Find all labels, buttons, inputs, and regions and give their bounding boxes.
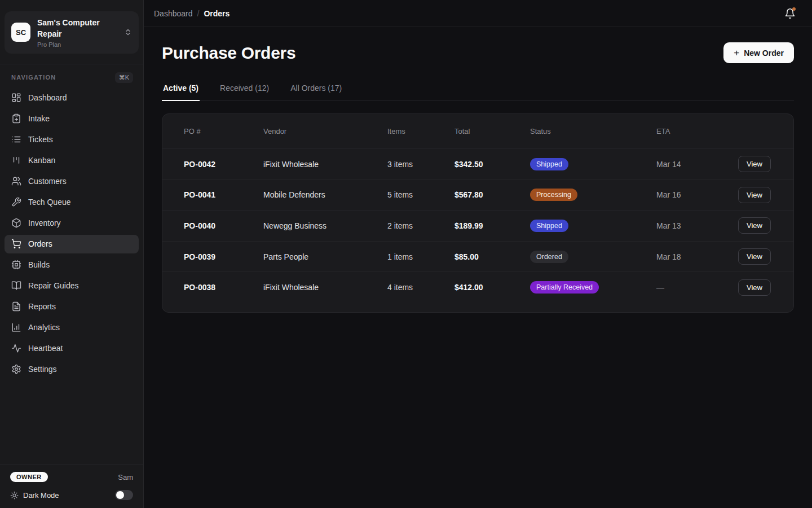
dark-mode-label: Dark Mode (23, 491, 59, 500)
users-icon (11, 176, 21, 186)
breadcrumb-dashboard[interactable]: Dashboard (154, 9, 193, 18)
view-button[interactable]: View (738, 187, 771, 203)
vendor: Parts People (263, 252, 387, 261)
kanban-icon (11, 155, 21, 165)
sidebar-item-label: Analytics (28, 323, 60, 332)
vendor: iFixit Wholesale (263, 160, 387, 169)
vendor: iFixit Wholesale (263, 283, 387, 292)
eta: Mar 14 (656, 160, 721, 169)
view-button[interactable]: View (738, 156, 771, 172)
sidebar-item-label: Kanban (28, 156, 55, 165)
col-header-vendor: Vendor (263, 127, 387, 135)
col-header-total: Total (454, 127, 530, 135)
bar-chart-icon (11, 322, 21, 332)
table-row: PO-0041 Mobile Defenders 5 items $567.80… (162, 179, 793, 211)
package-icon (11, 218, 21, 228)
items-count: 3 items (387, 160, 454, 169)
clipboard-plus-icon (11, 113, 21, 124)
sidebar-item-label: Orders (28, 239, 52, 248)
eta: Mar 16 (656, 190, 721, 199)
view-button[interactable]: View (738, 279, 771, 296)
book-open-icon (11, 281, 21, 291)
table-row: PO-0039 Parts People 1 items $85.00 Orde… (162, 241, 793, 272)
breadcrumb-current: Orders (204, 9, 230, 18)
eta: — (656, 283, 721, 292)
sidebar-footer: OWNER Sam Dark Mode (0, 465, 143, 508)
status-badge: Processing (530, 189, 577, 201)
workspace-plan: Pro Plan (37, 41, 117, 48)
tab-all-orders[interactable]: All Orders (17) (289, 79, 343, 100)
table-bottom-padding (162, 303, 793, 312)
sidebar-item-tickets[interactable]: Tickets (5, 130, 139, 149)
notification-dot (792, 7, 796, 11)
sidebar-item-reports[interactable]: Reports (5, 297, 139, 316)
sidebar-item-tech-queue[interactable]: Tech Queue (5, 193, 139, 212)
list-icon (11, 134, 21, 144)
col-header-items: Items (387, 127, 454, 135)
purchase-orders-table: PO # Vendor Items Total Status ETA PO-00… (162, 113, 794, 313)
status-badge: Partially Received (530, 281, 599, 294)
view-button[interactable]: View (738, 248, 771, 265)
po-number: PO-0038 (184, 283, 263, 292)
sidebar-item-label: Customers (28, 177, 67, 186)
page-title: Purchase Orders (162, 43, 295, 63)
sidebar-item-label: Reports (28, 302, 56, 311)
sidebar-item-label: Inventory (28, 218, 61, 227)
po-number: PO-0042 (184, 160, 263, 169)
plus-icon: + (734, 47, 739, 59)
sidebar-item-inventory[interactable]: Inventory (5, 214, 139, 233)
table-header-row: PO # Vendor Items Total Status ETA (162, 114, 793, 148)
sidebar-item-label: Repair Guides (28, 281, 79, 290)
sidebar-item-label: Tickets (28, 135, 53, 144)
sidebar-item-intake[interactable]: Intake (5, 110, 139, 128)
sidebar-nav: Dashboard Intake Tickets Kanban Customer… (0, 87, 143, 380)
order-tabs: Active (5) Received (12) All Orders (17) (162, 79, 794, 101)
file-text-icon (11, 301, 21, 312)
tab-received[interactable]: Received (12) (219, 79, 270, 100)
user-name: Sam (118, 473, 133, 481)
items-count: 2 items (387, 221, 454, 230)
table-row: PO-0038 iFixit Wholesale 4 items $412.00… (162, 271, 793, 303)
sidebar-item-heartbeat[interactable]: Heartbeat (5, 339, 139, 358)
status-badge: Shipped (530, 158, 568, 170)
sidebar-item-label: Intake (28, 114, 50, 123)
tab-active[interactable]: Active (5) (162, 79, 200, 100)
sidebar-item-label: Dashboard (28, 93, 67, 102)
workspace-switcher[interactable]: SC Sam's Computer Repair Pro Plan (5, 11, 139, 54)
items-count: 1 items (387, 252, 454, 261)
sun-icon (10, 491, 19, 500)
command-k-shortcut[interactable]: ⌘K (115, 72, 133, 83)
dark-mode-toggle[interactable] (115, 490, 133, 500)
sidebar-item-label: Heartbeat (28, 344, 63, 353)
sidebar-item-customers[interactable]: Customers (5, 172, 139, 191)
breadcrumb-separator: / (197, 9, 200, 18)
sidebar-item-orders[interactable]: Orders (5, 235, 139, 253)
topbar: Dashboard / Orders (144, 0, 812, 27)
activity-icon (11, 343, 21, 353)
total: $412.00 (454, 283, 530, 292)
wrench-icon (11, 197, 21, 207)
vendor: Mobile Defenders (263, 190, 387, 199)
main-area: Dashboard / Orders Purchase Orders + New… (144, 0, 812, 508)
cart-icon (11, 239, 21, 249)
sidebar-item-builds[interactable]: Builds (5, 256, 139, 274)
sidebar-item-kanban[interactable]: Kanban (5, 151, 139, 170)
po-number: PO-0041 (184, 190, 263, 199)
table-row: PO-0040 Newegg Business 2 items $189.99 … (162, 210, 793, 241)
status-badge: Ordered (530, 251, 568, 263)
eta: Mar 13 (656, 221, 721, 230)
new-order-button[interactable]: + New Order (723, 42, 794, 63)
sidebar-item-dashboard[interactable]: Dashboard (5, 89, 139, 107)
sidebar-item-settings[interactable]: Settings (5, 360, 139, 379)
sidebar-item-label: Settings (28, 365, 57, 374)
status-badge: Shipped (530, 220, 568, 232)
items-count: 4 items (387, 283, 454, 292)
sidebar: SC Sam's Computer Repair Pro Plan NAVIGA… (0, 0, 144, 508)
notifications-button[interactable] (780, 4, 800, 23)
sidebar-item-repair-guides[interactable]: Repair Guides (5, 277, 139, 295)
toggle-knob (116, 491, 124, 499)
sidebar-item-analytics[interactable]: Analytics (5, 318, 139, 337)
view-button[interactable]: View (738, 217, 771, 234)
total: $342.50 (454, 160, 530, 169)
eta: Mar 18 (656, 252, 721, 261)
